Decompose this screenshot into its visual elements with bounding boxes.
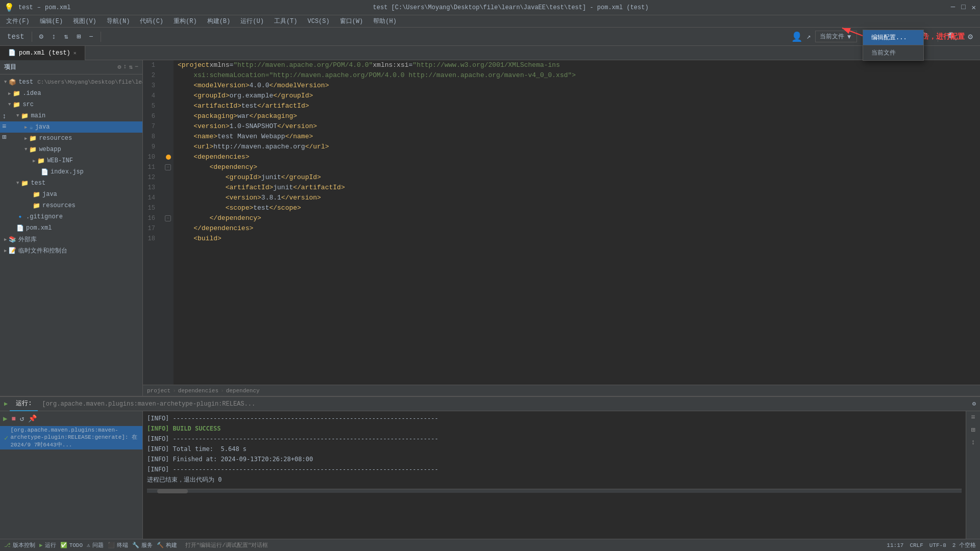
code-line-4: <groupId>org.example</groupId>	[178, 91, 976, 101]
code-line-7: <version>1.0-SNAPSHOT</version>	[178, 121, 976, 132]
arrow-icon: ▶	[8, 91, 11, 96]
tree-item-test-root[interactable]: ▼ 📦 test C:\Users\Moyang\Desktop\file\le…	[0, 77, 142, 88]
search-button[interactable]: 🔍	[944, 31, 961, 43]
tree-path: C:\Users\Moyang\Desktop\file\learn\JavaE…	[37, 79, 142, 85]
menu-build[interactable]: 构建(B)	[203, 16, 235, 27]
play-button[interactable]: ▶	[2, 413, 8, 424]
tab-close-button[interactable]: ✕	[74, 50, 77, 56]
dropdown-edit-config[interactable]: 编辑配置...	[863, 30, 923, 45]
toolbar-share[interactable]: ↗	[806, 32, 811, 41]
status-location[interactable]: 11:17	[887, 542, 903, 548]
status-services-label: 服务	[141, 541, 153, 549]
tab-pom-xml[interactable]: 📄 pom.xml (test) ✕	[0, 46, 85, 60]
run-config-button[interactable]: 当前文件 ▼	[815, 31, 857, 42]
scrollbar-thumb[interactable]	[157, 489, 188, 493]
cg-10	[163, 152, 174, 162]
tree-item-webinf[interactable]: ▶ 📁 WEB-INF	[0, 155, 142, 166]
module-icon: 📦	[9, 79, 16, 86]
tree-item-indexjsp[interactable]: 📄 index.jsp	[0, 166, 142, 178]
tree-item-idea[interactable]: ▶ 📁 .idea	[0, 88, 142, 99]
menu-file[interactable]: 文件(F)	[2, 16, 34, 27]
status-run[interactable]: ▶ 运行	[39, 541, 56, 549]
tree-item-test-java[interactable]: 📁 java	[0, 189, 142, 200]
horizontal-scrollbar[interactable]	[147, 489, 962, 493]
menu-code[interactable]: 代码(C)	[136, 16, 167, 27]
status-line-ending[interactable]: CRLF	[910, 542, 923, 548]
restart-button[interactable]: ↺	[19, 413, 25, 424]
right-panel-icons: ≡ ⊞ ↕	[966, 411, 980, 539]
tree-item-external-libs[interactable]: ▶ 📚 外部库	[0, 234, 142, 245]
menu-vcs[interactable]: VCS(S)	[303, 17, 333, 26]
run-controls: ▶ ■ ↺ 📌	[0, 411, 142, 426]
run-item-1[interactable]: ✓ [org.apache.maven.plugins:maven-archet…	[0, 426, 142, 449]
collapse-button-16[interactable]: −	[165, 215, 171, 221]
folder-icon: 📁	[37, 157, 45, 165]
tree-item-test-folder[interactable]: ▼ 📁 test	[0, 178, 142, 189]
console-line-2: [INFO] BUILD SUCCESS	[147, 423, 962, 434]
menu-run[interactable]: 运行(U)	[236, 16, 268, 27]
sidebar-settings-btn[interactable]: ⚙	[117, 63, 121, 71]
tree-item-src[interactable]: ▼ 📁 src	[0, 99, 142, 110]
menu-tools[interactable]: 工具(T)	[270, 16, 302, 27]
toolbar-project[interactable]: test	[4, 32, 28, 42]
tree-item-webapp[interactable]: ▼ 📁 webapp	[0, 144, 142, 155]
status-terminal[interactable]: ⬛ 终端	[108, 541, 128, 549]
tree-item-scratch[interactable]: ▶ 📝 临时文件和控制台	[0, 245, 142, 256]
tree-label-webapp: webapp	[39, 146, 61, 153]
status-problems[interactable]: ⚠ 问题	[87, 541, 104, 549]
menu-edit[interactable]: 编辑(E)	[36, 16, 67, 27]
status-vcs[interactable]: ⎇ 版本控制	[4, 541, 35, 549]
tree-item-main[interactable]: ▼ 📁 main	[0, 110, 142, 121]
toolbar-sort[interactable]: ⇅	[61, 31, 71, 42]
collapse-button-11[interactable]: −	[165, 164, 171, 170]
code-editor[interactable]: <project xmlns="http://maven.apache.org/…	[174, 60, 980, 385]
status-services[interactable]: 🔧 服务	[132, 541, 153, 549]
breadcrumb-item-dependencies[interactable]: dependencies	[178, 388, 218, 394]
bottom-panel: ▶ 运行: [org.apache.maven.plugins:maven-ar…	[0, 396, 980, 539]
settings-button[interactable]: ⚙	[965, 31, 976, 43]
status-build[interactable]: 🔨 构建	[157, 541, 177, 549]
dropdown-current-file[interactable]: 当前文件	[863, 45, 923, 60]
maximize-button[interactable]: □	[961, 3, 965, 12]
breadcrumb-item-project[interactable]: project	[147, 388, 170, 394]
breadcrumb-item-dependency[interactable]: dependency	[226, 388, 260, 394]
tree-item-test-resources[interactable]: 📁 resources	[0, 200, 142, 211]
tree-item-resources[interactable]: ▶ 📁 resources	[0, 133, 142, 144]
menu-view[interactable]: 视图(V)	[69, 16, 101, 27]
line-numbers: 1 2 3 4 5 6 7 8 9 10 11 12 13 14 15 16 1…	[143, 60, 163, 385]
panel-settings-btn[interactable]: ⚙	[972, 400, 976, 408]
sidebar-sort-btn[interactable]: ↕	[123, 63, 127, 71]
stop-button[interactable]: ■	[10, 414, 16, 424]
menu-window[interactable]: 窗口(W)	[336, 16, 368, 27]
pin-button[interactable]: 📌	[27, 413, 38, 424]
run-item-label: [org.apache.maven.plugins:maven-archetyp…	[10, 427, 138, 448]
status-todo[interactable]: ✅ TODO	[60, 542, 83, 548]
sidebar-expand-btn[interactable]: ⇅	[129, 63, 133, 71]
tree-label-indexjsp: index.jsp	[51, 168, 84, 176]
status-indent[interactable]: 2 个空格	[952, 541, 976, 549]
menu-navigate[interactable]: 导航(N)	[103, 16, 134, 27]
status-bar: ⎇ 版本控制 ▶ 运行 ✅ TODO ⚠ 问题 ⬛ 终端 🔧 服务 🔨 构建 打…	[0, 539, 980, 551]
toolbar-expand[interactable]: ⊞	[74, 31, 84, 42]
toolbar-settings[interactable]: ⚙	[36, 31, 46, 42]
right-icon-3[interactable]: ↕	[971, 438, 975, 446]
menu-help[interactable]: 帮助(H)	[369, 16, 401, 27]
tab-run[interactable]: 运行:	[10, 397, 38, 411]
toolbar-sync[interactable]: ↕	[48, 32, 59, 42]
menu-refactor[interactable]: 重构(R)	[169, 16, 201, 27]
status-encoding[interactable]: UTF-8	[929, 542, 946, 548]
tree-label-scratch: 临时文件和控制台	[18, 246, 67, 255]
toolbar-collapse[interactable]: −	[86, 32, 96, 42]
right-icon-2[interactable]: ⊞	[971, 425, 975, 434]
gutter-line-3: 3	[143, 81, 159, 91]
tree-item-pomxml[interactable]: 📄 pom.xml	[0, 222, 142, 234]
scratch-icon: 📝	[9, 247, 16, 255]
sidebar-collapse-btn[interactable]: −	[135, 63, 138, 71]
tree-item-gitignore[interactable]: 🔹 .gitignore	[0, 211, 142, 222]
user-icon[interactable]: 👤	[791, 31, 802, 42]
tree-item-java[interactable]: ▶ ☕ java	[0, 121, 142, 133]
sources-root-icon: ☕	[29, 123, 33, 131]
close-button[interactable]: ✕	[972, 3, 976, 12]
right-icon-1[interactable]: ≡	[971, 413, 975, 421]
minimize-button[interactable]: ─	[951, 3, 955, 12]
